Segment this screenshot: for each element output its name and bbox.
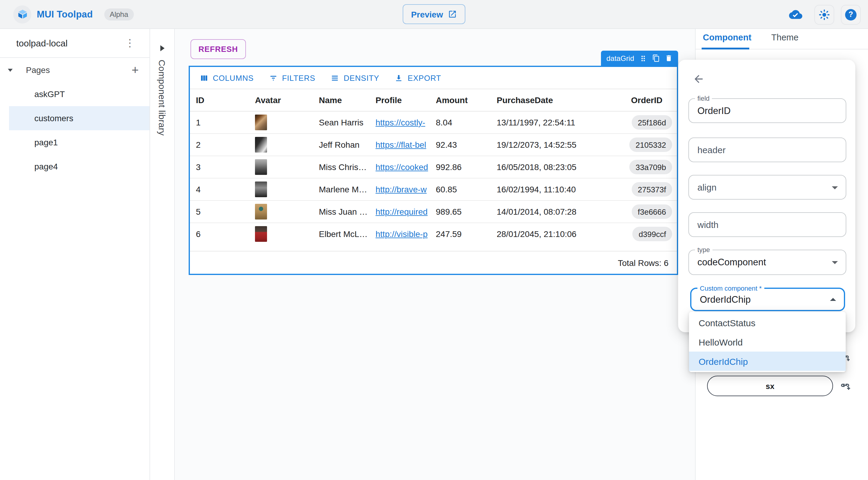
cell-amount: 989.65 [430, 201, 491, 222]
sidebar-page-item[interactable]: page1 [0, 130, 150, 154]
type-select[interactable]: type codeComponent [688, 250, 846, 275]
selected-component-chip[interactable]: dataGrid [601, 51, 678, 66]
filters-button-label: FILTERS [282, 73, 315, 82]
column-header-name[interactable]: Name [313, 89, 370, 111]
order-id-chip: f3e6666 [632, 204, 672, 219]
cell-name: Elbert McL… [313, 223, 370, 245]
cell-amount: 92.43 [430, 134, 491, 156]
column-header-orderid[interactable]: OrderID [605, 89, 677, 111]
menu-item[interactable]: HelloWorld [689, 332, 846, 352]
profile-link[interactable]: http://brave-w [375, 184, 427, 194]
grid-rows: 1Sean Harrishttps://costly-8.0413/11/199… [190, 112, 677, 245]
page-canvas: REFRESH dataGrid COLUMNS FILTERS DENSITY [175, 29, 695, 480]
toolpad-logo-icon [13, 5, 31, 23]
profile-link[interactable]: http://required [375, 207, 428, 216]
project-row: toolpad-local ⋮ [0, 29, 150, 58]
topbar-actions: ? [786, 0, 861, 29]
cell-name: Jeff Rohan [313, 134, 370, 156]
cell-profile: https://cooked [370, 156, 430, 178]
cell-name: Sean Harris [313, 112, 370, 133]
profile-link[interactable]: http://visible-p [375, 229, 428, 239]
table-row[interactable]: 6Elbert McL…http://visible-p247.5928/01/… [190, 223, 677, 245]
custom-component-label: Custom component * [698, 284, 764, 293]
profile-link[interactable]: https://costly- [375, 118, 425, 127]
table-row[interactable]: 4Marlene M…http://brave-w60.8516/02/1994… [190, 179, 677, 201]
columns-button-label: COLUMNS [213, 73, 254, 82]
cell-orderid: 275373f [605, 179, 677, 200]
total-rows-label: Total Rows: 6 [618, 258, 669, 267]
profile-link[interactable]: https://flat-bel [375, 140, 426, 150]
table-row[interactable]: 2Jeff Rohanhttps://flat-bel92.4319/12/20… [190, 134, 677, 156]
sx-button[interactable]: sx [707, 376, 833, 396]
export-button-label: EXPORT [408, 73, 441, 82]
cell-avatar [249, 179, 313, 200]
header-input[interactable]: header [688, 138, 846, 162]
data-grid[interactable]: COLUMNS FILTERS DENSITY EXPORT ID Avatar [189, 66, 678, 275]
drag-handle-icon[interactable] [639, 54, 647, 62]
cell-avatar [249, 156, 313, 178]
explorer-sidebar: toolpad-local ⋮ Pages + askGPTcustomersp… [0, 29, 150, 480]
filters-button[interactable]: FILTERS [265, 71, 319, 85]
cell-purchase-date: 14/01/2014, 08:07:28 [491, 201, 605, 222]
avatar [255, 226, 267, 242]
profile-link[interactable]: https://cooked [375, 162, 428, 172]
sidebar-page-item[interactable]: askGPT [0, 82, 150, 106]
chevron-down-icon [832, 186, 838, 189]
back-arrow-icon[interactable] [692, 73, 705, 85]
density-icon [330, 73, 339, 82]
refresh-button[interactable]: REFRESH [190, 39, 246, 59]
pages-section-header: Pages + [0, 58, 150, 82]
table-row[interactable]: 3Miss Chris…https://cooked992.8616/05/20… [190, 156, 677, 179]
table-row[interactable]: 1Sean Harrishttps://costly-8.0413/11/199… [190, 112, 677, 134]
grid-footer: Total Rows: 6 [190, 251, 677, 274]
order-id-chip: 25f186d [632, 115, 672, 130]
density-button[interactable]: DENSITY [327, 71, 383, 85]
column-header-amount[interactable]: Amount [430, 89, 491, 111]
column-header-avatar[interactable]: Avatar [249, 89, 313, 111]
export-button[interactable]: EXPORT [391, 71, 445, 85]
open-in-new-icon [448, 10, 457, 19]
collapse-chevron-icon[interactable] [8, 68, 13, 71]
cell-avatar [249, 112, 313, 133]
bind-sx-icon[interactable] [839, 379, 851, 391]
field-input[interactable]: field OrderID [688, 98, 846, 123]
duplicate-icon[interactable] [652, 54, 660, 62]
menu-item[interactable]: ContactStatus [689, 313, 846, 332]
cell-amount: 60.85 [430, 179, 491, 200]
column-header-purchasedate[interactable]: PurchaseDate [491, 89, 605, 111]
cell-id: 1 [190, 112, 249, 133]
order-id-chip: 2105332 [629, 138, 672, 152]
width-input[interactable]: width [688, 212, 846, 237]
order-id-chip: 33a709b [629, 160, 672, 174]
column-editor-popover: field OrderID header align width type co… [678, 60, 855, 332]
cloud-synced-icon [786, 5, 805, 24]
grid-toolbar: COLUMNS FILTERS DENSITY EXPORT [190, 67, 677, 89]
field-input-value: OrderID [698, 105, 731, 116]
expand-library-arrow-icon[interactable] [160, 45, 164, 51]
tab-theme[interactable]: Theme [770, 29, 800, 42]
sidebar-page-item[interactable]: page4 [0, 154, 150, 179]
project-menu-kebab-icon[interactable]: ⋮ [121, 37, 138, 50]
top-bar: MUI Toolpad Alpha Preview ? [0, 0, 868, 29]
column-header-id[interactable]: ID [190, 89, 249, 111]
column-header-profile[interactable]: Profile [370, 89, 430, 111]
preview-button[interactable]: Preview [403, 4, 465, 24]
add-page-button[interactable]: + [129, 64, 141, 76]
help-button[interactable]: ? [841, 4, 861, 24]
columns-button[interactable]: COLUMNS [196, 71, 257, 85]
download-icon [395, 73, 404, 82]
density-button-label: DENSITY [344, 73, 379, 82]
sidebar-page-item[interactable]: customers [9, 106, 150, 130]
avatar [255, 159, 267, 175]
avatar [255, 181, 267, 197]
tab-component[interactable]: Component [702, 29, 752, 42]
table-row[interactable]: 5Miss Juan …http://required989.6514/01/2… [190, 201, 677, 223]
custom-component-select[interactable]: Custom component * OrderIdChip [690, 288, 845, 311]
cell-avatar [249, 134, 313, 156]
menu-item[interactable]: OrderIdChip [689, 352, 846, 371]
align-select[interactable]: align [688, 175, 846, 200]
delete-icon[interactable] [665, 54, 673, 62]
custom-component-value: OrderIdChip [700, 294, 751, 305]
cell-id: 3 [190, 156, 249, 178]
theme-toggle-button[interactable] [814, 4, 834, 24]
